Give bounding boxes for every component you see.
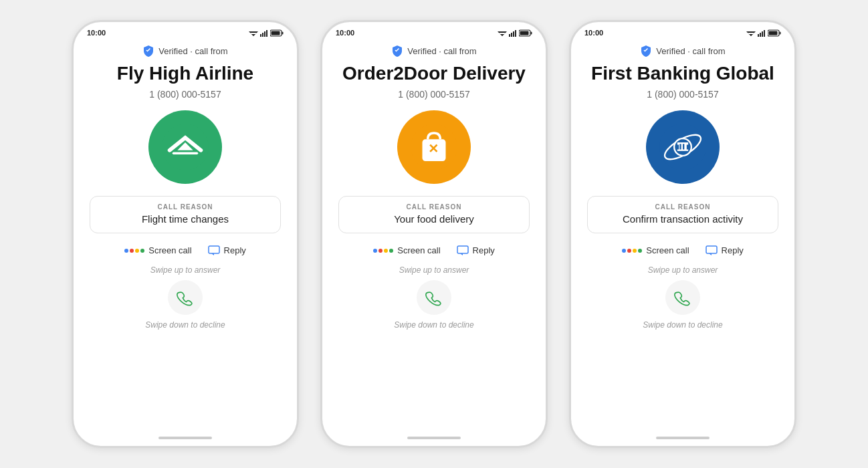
svg-rect-21 (520, 31, 529, 35)
time-delivery: 10:00 (336, 29, 354, 37)
caller-number-airline: 1 (800) 000-5157 (149, 89, 221, 100)
svg-rect-4 (262, 33, 263, 37)
svg-rect-15 (509, 34, 510, 37)
caller-logo-delivery: ✕ (397, 110, 471, 184)
svg-rect-6 (266, 30, 267, 37)
svg-rect-25 (457, 246, 468, 253)
caller-number-delivery: 1 (800) 000-5157 (398, 89, 469, 100)
svg-marker-14 (500, 34, 504, 36)
svg-rect-8 (282, 31, 284, 34)
phone-answer-icon-airline (177, 289, 194, 306)
swipe-down-label-airline: Swipe down to decline (145, 320, 225, 330)
screen-call-label-banking: Screen call (646, 245, 689, 255)
assistant-icon-airline (124, 249, 144, 253)
svg-rect-11 (209, 246, 219, 253)
screen-airline: Verified · call from Fly High Airline 1 … (74, 39, 297, 437)
reply-icon-delivery (457, 245, 469, 256)
caller-name-delivery: Order2Door Delivery (342, 62, 526, 85)
status-icons-delivery (498, 29, 532, 37)
screen-call-label-airline: Screen call (148, 245, 191, 255)
call-reason-label-banking: CALL REASON (599, 203, 767, 211)
svg-rect-43 (677, 149, 688, 150)
call-reason-box-airline: CALL REASON Flight time changes (90, 196, 281, 233)
action-buttons-airline: Screen call Reply (124, 245, 246, 256)
caller-name-airline: Fly High Airline (117, 62, 253, 85)
svg-rect-31 (762, 31, 763, 37)
reply-label-delivery: Reply (473, 245, 495, 255)
swipe-up-label-airline: Swipe up to answer (150, 265, 221, 275)
verified-shield-icon (142, 45, 154, 57)
reply-button-delivery[interactable]: Reply (457, 245, 495, 256)
screen-call-button-airline[interactable]: Screen call (124, 245, 191, 255)
verified-shield-icon-banking (640, 45, 652, 57)
status-icons-airline (249, 29, 284, 37)
call-reason-text-delivery: Your food delivery (350, 213, 518, 225)
battery-icon-banking (768, 29, 781, 37)
svg-text:✕: ✕ (428, 142, 439, 156)
call-reason-box-delivery: CALL REASON Your food delivery (338, 196, 530, 233)
signal-icon (260, 29, 268, 37)
svg-rect-30 (760, 33, 761, 37)
status-icons-banking (746, 29, 781, 37)
screen-call-button-banking[interactable]: Screen call (622, 245, 689, 255)
caller-number-banking: 1 (800) 000-5157 (647, 89, 718, 100)
svg-rect-41 (679, 144, 681, 150)
caller-logo-airline (148, 110, 222, 184)
screen-banking: Verified · call from First Banking Globa… (571, 39, 794, 437)
call-reason-label-delivery: CALL REASON (350, 203, 518, 211)
caller-name-banking: First Banking Global (591, 62, 774, 85)
svg-rect-5 (264, 31, 265, 37)
swipe-down-label-banking: Swipe down to decline (643, 320, 722, 330)
swipe-up-label-banking: Swipe up to answer (648, 265, 718, 275)
phone-banking: 10:00 Ver (569, 20, 796, 448)
signal-icon-banking (758, 29, 766, 37)
verified-row-airline: Verified · call from (142, 45, 227, 57)
reply-icon-banking (706, 245, 718, 256)
reply-icon-airline (208, 245, 220, 256)
verified-text-banking: Verified · call from (656, 46, 725, 56)
call-reason-text-airline: Flight time changes (101, 213, 269, 225)
assistant-icon-delivery (373, 249, 393, 253)
caller-logo-banking (646, 110, 720, 184)
phone-answer-icon-banking (674, 289, 691, 306)
home-bar-airline (158, 437, 212, 439)
wifi-icon-delivery (498, 29, 507, 37)
svg-marker-2 (251, 34, 255, 36)
svg-rect-44 (706, 246, 717, 253)
svg-rect-42 (683, 144, 684, 150)
swipe-up-label-delivery: Swipe up to answer (399, 265, 469, 275)
home-bar-delivery (407, 437, 461, 439)
screen-call-label-delivery: Screen call (397, 245, 440, 255)
answer-icon-circle-banking (665, 280, 700, 315)
screen-call-button-delivery[interactable]: Screen call (373, 245, 440, 255)
status-bar-banking: 10:00 (571, 22, 794, 39)
reply-button-banking[interactable]: Reply (706, 245, 744, 256)
svg-rect-17 (513, 31, 514, 37)
svg-rect-16 (511, 33, 512, 37)
battery-icon-delivery (519, 29, 532, 37)
action-buttons-banking: Screen call Reply (622, 245, 744, 256)
phone-delivery: 10:00 Ver (320, 20, 548, 448)
airline-logo-icon (162, 124, 209, 170)
time-airline: 10:00 (87, 29, 106, 37)
swipe-down-label-delivery: Swipe down to decline (394, 320, 473, 330)
wifi-icon-banking (746, 29, 756, 37)
home-bar-banking (656, 437, 710, 439)
screen-delivery: Verified · call from Order2Door Delivery… (322, 39, 546, 437)
verified-text-delivery: Verified · call from (407, 46, 476, 56)
verified-row-banking: Verified · call from (640, 45, 725, 57)
phone-answer-icon-delivery (425, 289, 443, 306)
verified-row-delivery: Verified · call from (391, 45, 476, 57)
svg-rect-29 (758, 34, 759, 37)
reply-button-airline[interactable]: Reply (208, 245, 246, 256)
answer-icon-circle-delivery (417, 280, 451, 315)
phone-airline: 10:00 Ver (72, 20, 299, 448)
time-banking: 10:00 (584, 29, 603, 37)
wifi-icon (249, 29, 258, 37)
delivery-logo-icon: ✕ (411, 124, 457, 170)
action-buttons-delivery: Screen call Reply (373, 245, 495, 256)
signal-icon-delivery (509, 29, 517, 37)
banking-logo-icon (659, 124, 706, 170)
svg-rect-32 (764, 30, 765, 37)
verified-shield-icon-delivery (391, 45, 403, 57)
